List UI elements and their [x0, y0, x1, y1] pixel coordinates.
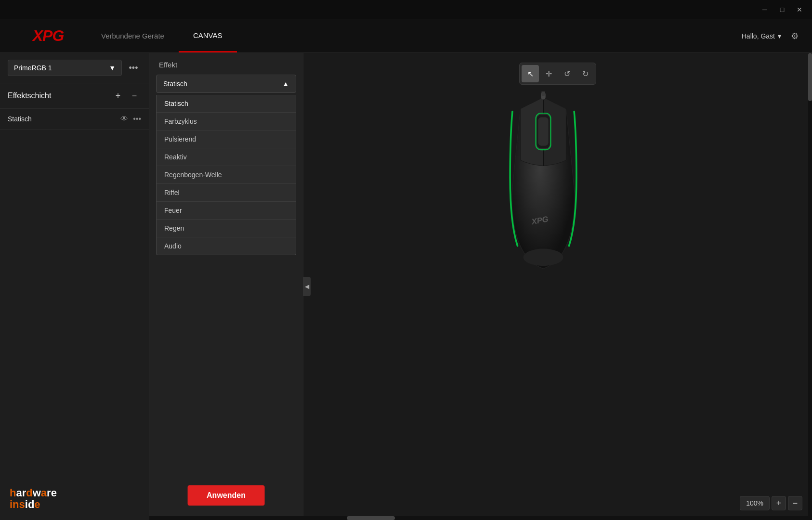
- cursor-icon: ↖: [527, 69, 534, 78]
- minimize-button[interactable]: ─: [756, 1, 773, 18]
- effect-option-statisch[interactable]: Statisch: [157, 95, 296, 113]
- remove-layer-button[interactable]: −: [128, 89, 141, 103]
- user-label: Hallo, Gast ▾: [742, 32, 781, 40]
- dropdown-chevron-icon: ▼: [109, 64, 116, 72]
- layer-options-icon[interactable]: •••: [133, 115, 141, 123]
- mouse-svg: XPG: [485, 91, 601, 274]
- redo-button[interactable]: ↻: [576, 65, 594, 82]
- logo-area: XPG: [0, 27, 87, 45]
- settings-icon[interactable]: ⚙: [787, 28, 802, 44]
- apply-button[interactable]: Anwenden: [187, 485, 265, 506]
- canvas-toolbar: ↖ ✛ ↺ ↻: [519, 63, 596, 85]
- zoom-controls: 100% + −: [740, 496, 802, 510]
- device-name: PrimeRGB 1: [14, 64, 52, 72]
- zoom-value: 100%: [740, 496, 770, 510]
- device-more-button[interactable]: •••: [126, 60, 141, 76]
- undo-icon: ↺: [564, 69, 570, 78]
- nav-item-verbundene-geraete[interactable]: Verbundene Geräte: [87, 19, 179, 52]
- effect-dropdown-list: Statisch Farbzyklus Pulsierend Reaktiv R…: [156, 95, 296, 255]
- effect-option-feuer[interactable]: Feuer: [157, 202, 296, 220]
- layer-name: Statisch: [8, 115, 120, 123]
- selected-effect-label: Statisch: [163, 80, 187, 88]
- effect-option-audio[interactable]: Audio: [157, 237, 296, 255]
- effect-panel: Effekt Statisch ▲ Statisch Farbzyklus Pu…: [149, 53, 303, 520]
- collapse-panel-button[interactable]: ◀: [303, 277, 311, 296]
- effect-header: Effekt: [149, 53, 303, 73]
- xpg-logo: XPG: [33, 27, 64, 45]
- effect-option-pulsierend[interactable]: Pulsierend: [157, 130, 296, 148]
- nav-right: Hallo, Gast ▾ ⚙: [742, 28, 812, 44]
- bottom-scrollbar[interactable]: [149, 516, 808, 520]
- effect-option-farbzyklus[interactable]: Farbzyklus: [157, 113, 296, 130]
- move-tool-button[interactable]: ✛: [540, 65, 557, 82]
- svg-rect-2: [538, 117, 548, 145]
- svg-point-5: [523, 249, 563, 266]
- undo-button[interactable]: ↺: [558, 65, 576, 82]
- zoom-in-button[interactable]: +: [772, 496, 786, 510]
- titlebar: ─ □ ✕: [0, 0, 812, 19]
- effektschicht-title: Effektschicht: [8, 91, 108, 100]
- effect-option-regen[interactable]: Regen: [157, 220, 296, 237]
- navbar: XPG Verbundene Geräte CANVAS Hallo, Gast…: [0, 19, 812, 53]
- zoom-out-button[interactable]: −: [788, 496, 802, 510]
- watermark-line2: inside: [10, 499, 57, 510]
- left-panel: PrimeRGB 1 ▼ ••• Effektschicht + − Stati…: [0, 53, 149, 520]
- device-dropdown[interactable]: PrimeRGB 1 ▼: [8, 60, 122, 76]
- add-layer-button[interactable]: +: [111, 89, 125, 103]
- scrollbar-thumb: [808, 53, 812, 101]
- redo-icon: ↻: [582, 69, 589, 78]
- layer-item[interactable]: Statisch 👁 •••: [0, 109, 149, 130]
- logo-text: XPG: [33, 27, 64, 45]
- main-content: PrimeRGB 1 ▼ ••• Effektschicht + − Stati…: [0, 53, 812, 520]
- close-button[interactable]: ✕: [791, 1, 808, 18]
- effect-option-regenbogen-welle[interactable]: Regenbogen-Welle: [157, 166, 296, 184]
- bottom-scrollbar-thumb: [347, 516, 395, 520]
- move-icon: ✛: [546, 69, 552, 78]
- canvas-area: ↖ ✛ ↺ ↻: [303, 53, 812, 520]
- nav-item-canvas[interactable]: CANVAS: [179, 19, 237, 52]
- effect-option-riffel[interactable]: Riffel: [157, 184, 296, 202]
- watermark-line1: hardware: [10, 487, 57, 499]
- watermark: hardware inside: [10, 487, 57, 510]
- eye-icon[interactable]: 👁: [120, 115, 128, 123]
- effect-option-reaktiv[interactable]: Reaktiv: [157, 148, 296, 166]
- dropdown-up-arrow-icon: ▲: [282, 80, 289, 88]
- nav-items: Verbundene Geräte CANVAS: [87, 19, 742, 52]
- maximize-button[interactable]: □: [773, 1, 791, 18]
- device-selector: PrimeRGB 1 ▼ •••: [0, 53, 149, 83]
- cursor-tool-button[interactable]: ↖: [522, 65, 539, 82]
- mouse-preview: XPG: [485, 91, 630, 323]
- effect-dropdown-trigger[interactable]: Statisch ▲: [156, 75, 296, 93]
- effektschicht-header: Effektschicht + −: [0, 83, 149, 109]
- right-scrollbar[interactable]: [808, 53, 812, 520]
